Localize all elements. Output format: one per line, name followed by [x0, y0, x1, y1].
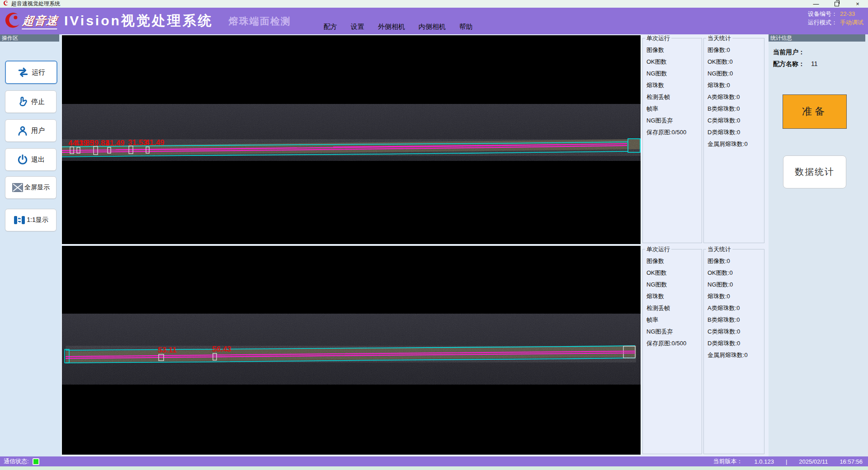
stat-row: 帧率 [646, 316, 700, 328]
status-separator: | [786, 458, 787, 465]
measurement-label: 53.11 [158, 346, 177, 354]
one-to-one-icon [13, 215, 26, 226]
hand-icon [17, 96, 28, 108]
ready-button[interactable]: 准备 [783, 94, 847, 129]
user-icon [17, 125, 28, 136]
minimize-button[interactable]: — [806, 0, 826, 8]
menu-item[interactable]: 帮助 [459, 23, 473, 31]
exit-button[interactable]: 退出 [5, 148, 57, 171]
stat-row: 熔珠数:0 [708, 81, 762, 93]
user-button[interactable]: 用户 [5, 119, 57, 142]
stat-row: 图像数 [646, 257, 700, 269]
comm-status-label: 通信状态: [4, 457, 29, 465]
stat-row: NG图数 [646, 281, 700, 292]
fullscreen-button-label: 全屏显示 [24, 183, 50, 192]
menu-item[interactable]: 内侧相机 [419, 23, 446, 31]
brand-logo: 超音速 [3, 12, 58, 30]
brand-logo-text: 超音速 [22, 13, 59, 29]
stat-row: OK图数 [646, 58, 700, 70]
menu-item[interactable]: 配方 [324, 23, 337, 31]
groupbox-title: 当天统计 [706, 245, 732, 254]
stat-row: 金属屑熔珠数:0 [708, 351, 762, 363]
single-run-groupbox-top: 单次运行 图像数OK图数NG图数熔珠数检测丢帧帧率NG图丢弃保存原图:0/500 [642, 38, 702, 243]
version-value: 1.0.123 [755, 458, 774, 465]
stat-row: C类熔珠数:0 [708, 328, 762, 339]
run-button-label: 运行 [32, 68, 45, 77]
stop-button-label: 停止 [31, 98, 45, 106]
groupbox-title: 当天统计 [706, 34, 732, 42]
app-title: IVision视觉处理系统 [64, 12, 213, 30]
brand-swoosh-icon [3, 12, 21, 30]
run-button[interactable]: 运行 [5, 61, 57, 84]
status-time: 16:57:56 [840, 458, 863, 465]
stat-row: C类熔珠数:0 [708, 117, 762, 128]
stat-row: OK图数:0 [708, 58, 762, 70]
comm-status-indicator [33, 458, 39, 465]
stat-row: OK图数 [646, 269, 700, 281]
single-run-groupbox-bottom: 单次运行 图像数OK图数NG图数熔珠数检测丢帧帧率NG图丢弃保存原图:0/500 [642, 249, 702, 454]
info-lines: 当前用户： 配方名称：11 [769, 42, 868, 70]
stat-row: 熔珠数 [646, 292, 700, 304]
device-number-label: 设备编号： [808, 10, 837, 17]
stat-row: NG图数:0 [708, 70, 762, 81]
device-number-value: 22-33 [840, 10, 855, 17]
statistics-info-title: 统计信息 [769, 34, 865, 42]
stat-row: 图像数:0 [708, 46, 762, 58]
stat-row: 图像数:0 [708, 257, 762, 269]
swap-arrows-icon [17, 66, 29, 78]
current-user-label: 当前用户： [773, 48, 805, 56]
header-device-info: 设备编号：22-33 运行模式：手动调试 [808, 9, 863, 27]
outer-camera-view: 44.39 41.85 39.83 41.49 31.53 41.49 [62, 35, 641, 244]
stat-row: 熔珠数 [646, 81, 700, 93]
stop-button[interactable]: 停止 [5, 90, 57, 113]
daily-stats-groupbox-top: 当天统计 图像数:0OK图数:0NG图数:0熔珠数:0A类熔珠数:0B类熔珠数:… [703, 38, 764, 243]
stat-row: B类熔珠数:0 [708, 316, 762, 328]
stat-row: 检测丢帧 [646, 93, 700, 105]
menu-item[interactable]: 外侧相机 [378, 23, 405, 31]
stat-row: A类熔珠数:0 [708, 93, 762, 105]
fullscreen-button[interactable]: 全屏显示 [5, 176, 57, 199]
one-to-one-button[interactable]: 1:1显示 [5, 209, 57, 231]
user-button-label: 用户 [31, 127, 45, 135]
measurement-label: 56.43 [212, 345, 231, 353]
stat-row: 保存原图:0/500 [646, 339, 700, 351]
stat-row: 检测丢帧 [646, 304, 700, 316]
app-subtitle: 熔珠端面检测 [229, 15, 291, 28]
app-window: 超音速视觉处理系统 — × 超音速 IVision视觉处理系统 熔珠端面检测 配… [0, 0, 868, 470]
stat-row: D类熔珠数:0 [708, 128, 762, 140]
stat-row: OK图数:0 [708, 269, 762, 281]
app-logo-icon [3, 0, 9, 8]
stat-row: 图像数 [646, 46, 700, 58]
os-titlebar: 超音速视觉处理系统 — × [0, 0, 868, 8]
data-statistics-button[interactable]: 数据统计 [783, 155, 846, 188]
power-icon [17, 154, 28, 165]
stat-row: NG图数 [646, 70, 700, 81]
app-header: 超音速 IVision视觉处理系统 熔珠端面检测 配方设置外侧相机内侧相机帮助 … [0, 8, 868, 34]
fullscreen-icon [12, 183, 24, 193]
exit-button-label: 退出 [31, 155, 45, 164]
close-button[interactable]: × [847, 0, 868, 8]
main-menu: 配方设置外侧相机内侧相机帮助 [324, 23, 473, 31]
status-bar: 通信状态: 当前版本： 1.0.123 | 2025/02/11 16:57:5… [0, 456, 868, 466]
window-bottom-edge [0, 466, 868, 470]
stat-row: NG图丢弃 [646, 328, 700, 339]
version-label: 当前版本： [713, 457, 743, 465]
inner-camera-view: 53.11 56.43 [62, 246, 641, 455]
run-mode-value: 手动调试 [840, 19, 863, 26]
stat-row: 金属屑熔珠数:0 [708, 140, 762, 152]
menu-item[interactable]: 设置 [351, 23, 364, 31]
inner-camera-annotation-overlay: 53.11 56.43 [62, 246, 641, 455]
statistics-info-panel: 统计信息 当前用户： 配方名称：11 准备 数据统计 [769, 34, 868, 456]
stat-row: 保存原图:0/500 [646, 128, 700, 140]
daily-stats-groupbox-bottom: 当天统计 图像数:0OK图数:0NG图数:0熔珠数:0A类熔珠数:0B类熔珠数:… [703, 249, 764, 454]
measurement-label: 41.49 [145, 138, 165, 147]
stat-row: 帧率 [646, 105, 700, 117]
stat-row: B类熔珠数:0 [708, 105, 762, 117]
restore-button[interactable] [826, 0, 847, 8]
recipe-name-label: 配方名称： [773, 60, 805, 67]
status-date: 2025/02/11 [799, 458, 828, 465]
outer-camera-annotation-overlay: 44.39 41.85 39.83 41.49 31.53 41.49 [62, 35, 641, 244]
measurement-label: 41.49 [105, 139, 125, 147]
run-mode-label: 运行模式： [808, 19, 837, 26]
status-bar-right: 当前版本： 1.0.123 | 2025/02/11 16:57:56 [713, 457, 863, 465]
